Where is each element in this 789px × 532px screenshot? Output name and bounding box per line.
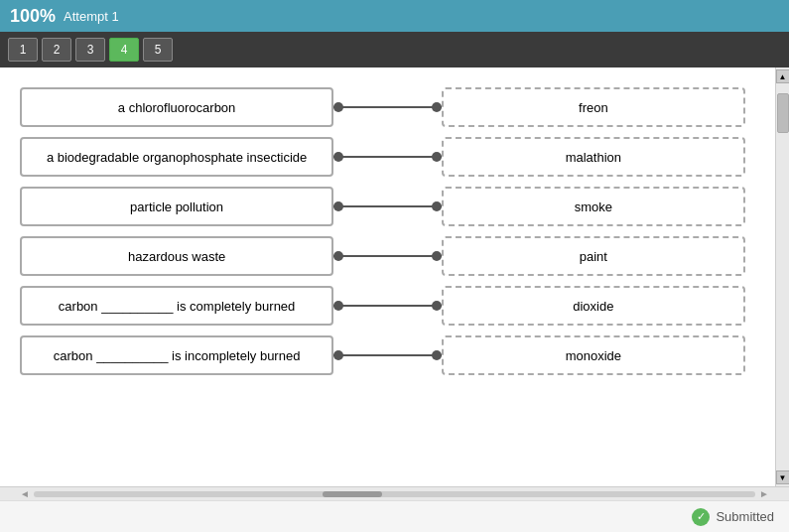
- matching-container: a chlorofluorocarbon freona biodegradabl…: [20, 77, 745, 385]
- tab-3[interactable]: 3: [75, 38, 105, 62]
- right-item-5: monoxide: [442, 335, 745, 375]
- tab-1[interactable]: 1: [8, 38, 38, 62]
- connector-5: [333, 354, 442, 356]
- top-bar: 100% Attempt 1: [0, 0, 789, 32]
- left-item-0: a chlorofluorocarbon: [20, 87, 333, 127]
- scroll-up-button[interactable]: ▲: [776, 69, 790, 83]
- match-row: hazardous waste paint: [20, 236, 745, 276]
- h-scroll-track: [34, 491, 755, 497]
- submitted-label: Submitted: [716, 509, 774, 524]
- connector-0: [333, 106, 442, 108]
- tab-4[interactable]: 4: [109, 38, 139, 62]
- scrollbar-thumb[interactable]: [777, 93, 789, 133]
- right-item-3: paint: [442, 236, 745, 276]
- tab-5[interactable]: 5: [143, 38, 173, 62]
- right-item-0: freon: [442, 87, 745, 127]
- match-row: a biodegradable organophosphate insectic…: [20, 137, 745, 177]
- connector-4: [333, 305, 442, 307]
- h-scroll-thumb[interactable]: [323, 491, 382, 497]
- connector-1: [333, 156, 442, 158]
- check-icon: ✓: [692, 508, 710, 526]
- connector-3: [333, 255, 442, 257]
- left-item-3: hazardous waste: [20, 236, 333, 276]
- left-item-2: particle pollution: [20, 187, 333, 226]
- match-row: carbon __________ is completely burned d…: [20, 286, 745, 326]
- left-item-1: a biodegradable organophosphate insectic…: [20, 137, 333, 177]
- attempt-label: Attempt 1: [64, 9, 119, 24]
- scroll-down-button[interactable]: ▼: [776, 470, 790, 484]
- horizontal-scrollbar[interactable]: ◄ ►: [0, 486, 789, 500]
- submitted-badge: ✓ Submitted: [692, 508, 774, 526]
- match-row: carbon __________ is incompletely burned…: [20, 335, 745, 375]
- right-item-1: malathion: [442, 137, 745, 177]
- right-item-4: dioxide: [442, 286, 745, 326]
- scroll-content: a chlorofluorocarbon freona biodegradabl…: [0, 67, 775, 486]
- right-item-2: smoke: [442, 187, 745, 226]
- scrollbar-track: [776, 83, 789, 470]
- tab-2[interactable]: 2: [42, 38, 71, 62]
- right-scrollbar[interactable]: ▲ ▼: [775, 67, 789, 486]
- match-row: particle pollution smoke: [20, 187, 745, 226]
- app-wrapper: 100% Attempt 1 1 2 3 4 5 a chlorofluoroc…: [0, 0, 789, 532]
- left-item-4: carbon __________ is completely burned: [20, 286, 333, 326]
- bottom-bar: ✓ Submitted: [0, 500, 789, 532]
- left-item-5: carbon __________ is incompletely burned: [20, 335, 333, 375]
- score-display: 100%: [10, 6, 56, 27]
- connector-2: [333, 205, 442, 207]
- tab-bar: 1 2 3 4 5: [0, 32, 789, 67]
- match-row: a chlorofluorocarbon freon: [20, 87, 745, 127]
